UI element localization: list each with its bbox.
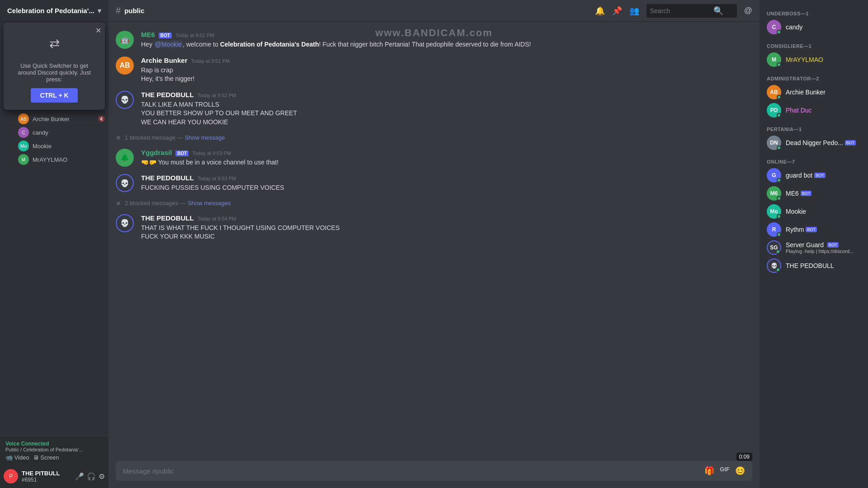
message-content: Archie Bunker Today at 9:51 PM Rap is cr… xyxy=(141,56,752,84)
server-header[interactable]: Celebration of Pedotania'... ▾ xyxy=(0,0,108,22)
member-bot-tag: BOT xyxy=(806,227,817,232)
channel-name-header: public xyxy=(124,7,144,14)
member-name: Dead Nigger Pedo... xyxy=(786,139,843,146)
member-item-me6[interactable]: M6 ME6 BOT xyxy=(763,184,864,202)
voice-user-avatar: Mo xyxy=(18,141,29,151)
close-icon[interactable]: ✕ xyxy=(116,134,121,141)
blocked-count-label: 1 blocked message — xyxy=(125,134,183,141)
message-username: THE PEDOBULL xyxy=(141,214,194,222)
member-item-rythm[interactable]: R Rythm BOT xyxy=(763,221,864,239)
search-input[interactable] xyxy=(650,7,713,14)
message-username: Archie Bunker xyxy=(141,56,188,64)
quick-switcher-description: Use Quick Switcher to get around Discord… xyxy=(11,62,98,83)
chevron-down-icon: ▾ xyxy=(98,7,101,15)
voice-user-archie[interactable]: AB Archie Bunker 🔇 xyxy=(14,112,108,126)
member-name: guard bot xyxy=(786,172,812,179)
message-group: 💀 THE PEDOBULL Today at 9:52 PM TALK LIK… xyxy=(108,89,760,129)
message-username: ME6 xyxy=(141,31,155,38)
message-timestamp: Today at 9:53 PM xyxy=(192,150,231,156)
member-item-phatduc[interactable]: PD Phat Duc xyxy=(763,101,864,119)
voice-user-mrayylmao[interactable]: M MrAYYLMAO xyxy=(14,153,108,166)
mention: @Mookie xyxy=(154,41,183,48)
message-content: THE PEDOBULL Today at 9:53 PM FUCKING PU… xyxy=(141,174,752,192)
voice-user-name: MrAYYLMAO xyxy=(33,156,67,163)
message-avatar: 💀 xyxy=(116,91,134,109)
mute-icon: 🔇 xyxy=(98,116,105,122)
mute-button[interactable]: 🎤 xyxy=(75,472,84,481)
member-item-mrayylmao[interactable]: M MrAYYLMAO xyxy=(763,51,864,69)
ctrl-k-button[interactable]: CTRL + K xyxy=(31,88,77,103)
emoji-icon[interactable]: 😊 xyxy=(735,466,745,476)
voice-user-name: Archie Bunker xyxy=(33,116,70,122)
search-box[interactable]: 🔍 xyxy=(646,4,737,18)
member-name: MrAYYLMAO xyxy=(786,56,823,63)
member-info: Server Guard BOT Playing -help | https:/… xyxy=(786,241,854,254)
message-text: FUCKING PUSSIES USING COMPUTER VOICES xyxy=(141,183,752,192)
member-name: THE PEDOBULL xyxy=(786,262,834,269)
voice-user-avatar: M xyxy=(18,154,29,165)
message-text: THAT IS WHAT THE FUCK I THOUGHT USING CO… xyxy=(141,224,752,233)
close-icon[interactable]: ✕ xyxy=(95,26,101,35)
online-indicator xyxy=(776,267,780,272)
member-avatar: 💀 xyxy=(767,258,781,273)
deafen-button[interactable]: 🎧 xyxy=(87,472,96,481)
user-panel: P THE PITBULL #6951 🎤 🎧 ⚙ xyxy=(0,465,108,488)
members-section-pertania: PERTANIA—1 xyxy=(760,119,868,134)
member-avatar: C xyxy=(767,20,781,34)
message-text: Rap is crap xyxy=(141,66,752,75)
bot-tag: BOT xyxy=(175,150,189,156)
member-name: Phat Duc xyxy=(786,107,812,114)
member-item-guardbot[interactable]: G guard bot BOT xyxy=(763,166,864,184)
member-avatar: PD xyxy=(767,103,781,117)
pin-icon[interactable]: 📌 xyxy=(612,6,622,16)
member-name: candy xyxy=(786,23,802,31)
message-header: THE PEDOBULL Today at 9:52 PM xyxy=(141,91,752,99)
message-header: ME6 BOT Today at 9:51 PM xyxy=(141,31,752,38)
members-section-administrator: ADMINISTRATOR—2 xyxy=(760,69,868,83)
message-group: 💀 THE PEDOBULL Today at 9:53 PM FUCKING … xyxy=(108,172,760,194)
voice-channel-users: AB Archie Bunker 🔇 C candy Mo Mookie M M… xyxy=(0,112,108,166)
message-avatar: 🤖 xyxy=(116,31,134,49)
member-avatar: DN xyxy=(767,136,781,150)
show-messages-link[interactable]: Show message xyxy=(185,134,225,141)
blocked-message[interactable]: ✕ 1 blocked message — Show message xyxy=(108,132,760,143)
bot-tag: BOT xyxy=(159,33,172,38)
online-indicator xyxy=(777,62,781,67)
member-item-archie[interactable]: AB Archie Bunker xyxy=(763,83,864,101)
member-item-thepedobull[interactable]: 💀 THE PEDOBULL xyxy=(763,257,864,275)
online-indicator xyxy=(777,178,781,183)
gift-icon[interactable]: 🎁 xyxy=(704,466,714,476)
blocked-message[interactable]: ✕ 2 blocked messages — Show messages xyxy=(108,198,760,209)
online-indicator xyxy=(776,249,780,254)
member-item-candy[interactable]: C candy xyxy=(763,18,864,36)
screen-button[interactable]: 🖥 Screen xyxy=(33,454,59,461)
show-messages-link[interactable]: Show messages xyxy=(188,200,231,206)
members-section-consigliere: CONSIGLIERE—1 xyxy=(760,36,868,51)
video-button[interactable]: 📹 Video xyxy=(5,454,29,461)
member-name: Rythm xyxy=(786,226,804,233)
voice-user-candy[interactable]: C candy xyxy=(14,126,108,139)
members-section-online: ONLINE—7 xyxy=(760,152,868,166)
settings-button[interactable]: ⚙ xyxy=(99,472,105,481)
voice-connected-channel: Public / Celebration of Pedotania'... xyxy=(5,447,103,452)
member-bot-tag: BOT xyxy=(845,140,856,145)
message-input-box: 🎁 GIF 😊 xyxy=(116,461,752,481)
voice-user-mookie[interactable]: Mo Mookie xyxy=(14,139,108,153)
gif-icon[interactable]: GIF xyxy=(720,466,730,476)
voice-user-avatar: AB xyxy=(18,113,29,124)
close-icon[interactable]: ✕ xyxy=(116,200,121,207)
left-sidebar: Celebration of Pedotania'... ▾ ✕ ⇄ Use Q… xyxy=(0,0,108,488)
member-avatar: SG xyxy=(767,240,781,255)
member-item-serverguard[interactable]: SG Server Guard BOT Playing -help | http… xyxy=(763,239,864,257)
member-item-mookie[interactable]: Mo Mookie xyxy=(763,202,864,221)
voice-user-avatar: C xyxy=(18,127,29,138)
at-icon[interactable]: @ xyxy=(744,6,752,15)
member-item-deadnigger[interactable]: DN Dead Nigger Pedo... BOT xyxy=(763,134,864,152)
bell-icon[interactable]: 🔔 xyxy=(595,6,605,16)
message-text: YOU BETTER SHOW UP TO OUR MEET AND GREET xyxy=(141,109,752,118)
messages-area[interactable]: 🤖 ME6 BOT Today at 9:51 PM Hey @Mookie, … xyxy=(108,22,760,461)
members-icon[interactable]: 👥 xyxy=(629,6,639,16)
search-icon[interactable]: 🔍 xyxy=(713,6,723,16)
message-input[interactable] xyxy=(123,467,704,475)
message-content: THE PEDOBULL Today at 9:52 PM TALK LIKE … xyxy=(141,91,752,127)
